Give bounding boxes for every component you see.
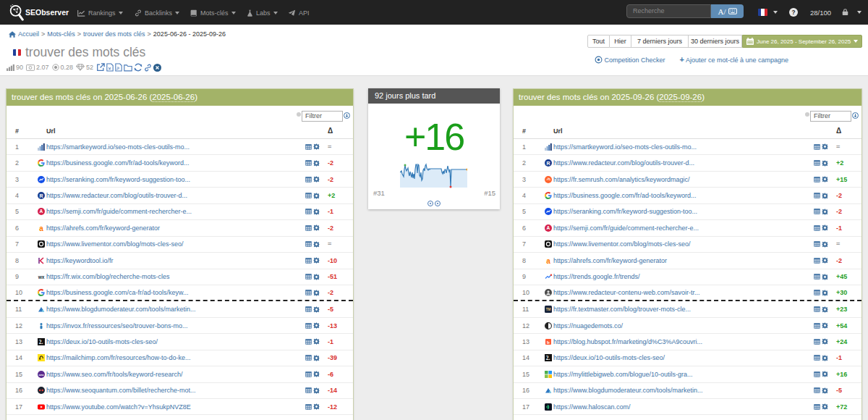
svg-text:R: R xyxy=(39,193,43,198)
svg-text:A: A xyxy=(547,225,550,230)
svg-text:b: b xyxy=(547,340,550,345)
svg-text:2.: 2. xyxy=(546,356,550,362)
svg-text:wx: wx xyxy=(38,274,45,280)
svg-text:A: A xyxy=(40,209,43,214)
svg-text:?: ? xyxy=(791,9,795,16)
svg-text:a: a xyxy=(39,224,43,232)
svg-text:2.: 2. xyxy=(39,339,43,345)
svg-text:TM: TM xyxy=(546,308,551,311)
svg-text:R: R xyxy=(546,161,550,166)
svg-text:a: a xyxy=(546,257,550,264)
svg-text:seo: seo xyxy=(38,373,44,377)
